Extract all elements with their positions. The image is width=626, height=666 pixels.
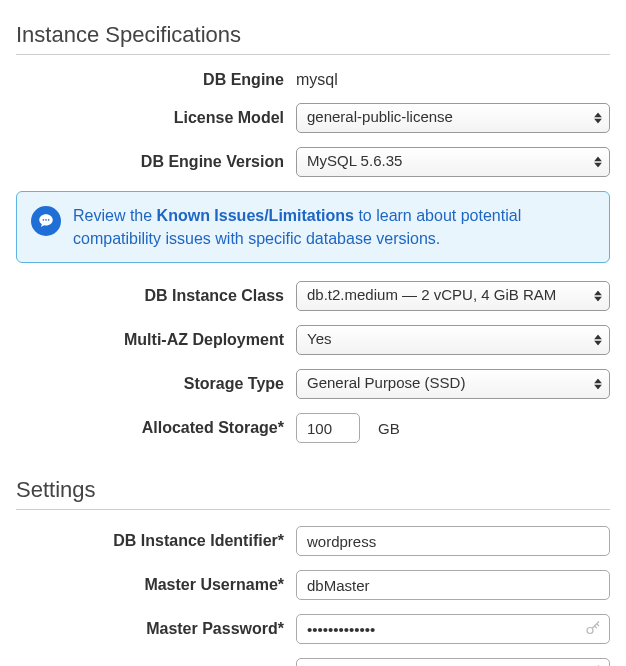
svg-point-6 [48, 219, 50, 221]
section-title-settings: Settings [16, 477, 610, 510]
label-multi-az: Multi-AZ Deployment [16, 331, 284, 349]
row-confirm-password: Confirm Password* [16, 658, 610, 666]
row-master-password: Master Password* [16, 614, 610, 644]
select-storage-type[interactable]: General Purpose (SSD) [296, 369, 610, 399]
row-license-model: License Model general-public-license [16, 103, 610, 133]
select-db-instance-class-value[interactable]: db.t2.medium — 2 vCPU, 4 GiB RAM [296, 281, 610, 311]
confirm-password-input[interactable] [296, 658, 610, 666]
label-master-username: Master Username* [16, 576, 284, 594]
row-master-username: Master Username* [16, 570, 610, 600]
select-license-model[interactable]: general-public-license [296, 103, 610, 133]
row-multi-az: Multi-AZ Deployment Yes [16, 325, 610, 355]
svg-point-13 [587, 628, 593, 634]
label-db-instance-identifier: DB Instance Identifier* [16, 532, 284, 550]
alert-pre: Review the [73, 207, 157, 224]
select-license-model-value[interactable]: general-public-license [296, 103, 610, 133]
db-instance-identifier-input[interactable] [296, 526, 610, 556]
section-title-instance: Instance Specifications [16, 22, 610, 55]
key-icon [584, 620, 602, 638]
info-alert: Review the Known Issues/Limitations to l… [16, 191, 610, 263]
select-multi-az[interactable]: Yes [296, 325, 610, 355]
row-storage-type: Storage Type General Purpose (SSD) [16, 369, 610, 399]
select-db-engine-version[interactable]: MySQL 5.6.35 [296, 147, 610, 177]
row-db-instance-class: DB Instance Class db.t2.medium — 2 vCPU,… [16, 281, 610, 311]
label-allocated-storage: Allocated Storage* [16, 419, 284, 437]
row-allocated-storage: Allocated Storage* GB [16, 413, 610, 443]
label-db-instance-class: DB Instance Class [16, 287, 284, 305]
master-username-input[interactable] [296, 570, 610, 600]
select-db-engine-version-value[interactable]: MySQL 5.6.35 [296, 147, 610, 177]
row-db-engine-version: DB Engine Version MySQL 5.6.35 [16, 147, 610, 177]
value-db-engine: mysql [296, 71, 338, 89]
label-db-engine: DB Engine [16, 71, 284, 89]
allocated-storage-input[interactable] [296, 413, 360, 443]
label-storage-type: Storage Type [16, 375, 284, 393]
row-db-instance-identifier: DB Instance Identifier* [16, 526, 610, 556]
speech-bubble-icon [31, 206, 61, 236]
master-password-input[interactable] [296, 614, 610, 644]
select-db-instance-class[interactable]: db.t2.medium — 2 vCPU, 4 GiB RAM [296, 281, 610, 311]
select-multi-az-value[interactable]: Yes [296, 325, 610, 355]
select-storage-type-value[interactable]: General Purpose (SSD) [296, 369, 610, 399]
alert-text: Review the Known Issues/Limitations to l… [73, 204, 595, 250]
label-license-model: License Model [16, 109, 284, 127]
label-db-engine-version: DB Engine Version [16, 153, 284, 171]
svg-point-4 [43, 219, 45, 221]
known-issues-link[interactable]: Known Issues/Limitations [157, 207, 354, 224]
label-master-password: Master Password* [16, 620, 284, 638]
allocated-storage-unit: GB [378, 420, 400, 437]
svg-point-5 [45, 219, 47, 221]
row-db-engine: DB Engine mysql [16, 71, 610, 89]
